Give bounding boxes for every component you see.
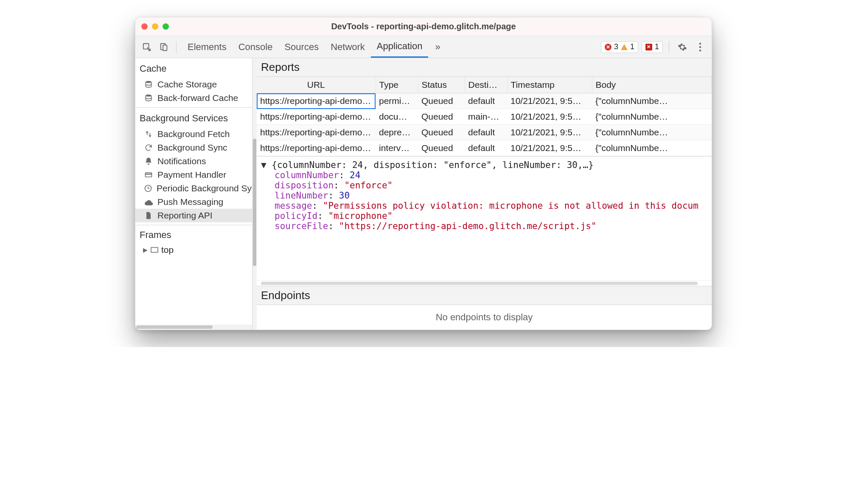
sidebar-item-label: Back-forward Cache — [157, 93, 238, 103]
error-count: 3 — [614, 42, 618, 51]
detail-property-row[interactable]: message: "Permissions policy violation: … — [261, 201, 707, 211]
cell-ts: 10/21/2021, 9:5… — [507, 140, 592, 156]
frame-icon — [150, 246, 159, 253]
minimize-window-button[interactable] — [152, 23, 158, 30]
table-row[interactable]: https://reporting-api-demo…docu…Queuedma… — [257, 109, 712, 125]
reporting-api-panel: Reports URLTypeStatusDesti…TimestampBody… — [257, 58, 712, 330]
settings-gear-icon[interactable] — [675, 40, 690, 54]
sidebar-item-label: Periodic Background Sync — [157, 183, 252, 193]
cell-dest: default — [465, 125, 507, 140]
endpoints-panel-title: Endpoints — [257, 286, 712, 305]
sidebar-item-push-messaging[interactable]: Push Messaging — [135, 195, 252, 209]
panel-tabs: ElementsConsoleSourcesNetworkApplication — [182, 36, 428, 58]
inspect-element-icon[interactable] — [140, 40, 154, 54]
cell-dest: default — [465, 93, 507, 109]
reports-header-row: URLTypeStatusDesti…TimestampBody — [257, 77, 712, 93]
tab-label: Sources — [284, 42, 319, 53]
svg-point-7 — [146, 95, 151, 97]
detail-property-row[interactable]: sourceFile: "https://reporting-api-demo.… — [261, 221, 707, 231]
column-header[interactable]: Timestamp — [507, 77, 592, 93]
close-window-button[interactable] — [141, 23, 148, 30]
column-header[interactable]: Body — [592, 77, 712, 93]
frame-top-item[interactable]: ▶ top — [140, 243, 248, 257]
svg-rect-2 — [163, 45, 167, 50]
titlebar: DevTools - reporting-api-demo.glitch.me/… — [135, 17, 712, 36]
property-key: columnNumber — [275, 170, 339, 180]
tab-label: Network — [331, 42, 365, 53]
cell-url: https://reporting-api-demo… — [257, 140, 376, 156]
cell-type: docu… — [376, 109, 418, 125]
tab-network[interactable]: Network — [325, 36, 371, 58]
cell-body: {"columnNumbe… — [592, 140, 712, 156]
database-icon — [144, 80, 153, 89]
sidebar-item-notifications[interactable]: Notifications — [135, 154, 252, 168]
cell-type: interv… — [376, 140, 418, 156]
more-options-icon[interactable] — [693, 40, 707, 54]
detail-summary: {columnNumber: 24, disposition: "enforce… — [272, 160, 594, 170]
cell-body: {"columnNumbe… — [592, 109, 712, 125]
detail-property-row[interactable]: columnNumber: 24 — [261, 170, 707, 180]
svg-point-6 — [146, 81, 151, 83]
tab-application[interactable]: Application — [371, 36, 429, 58]
sidebar-item-label: Background Fetch — [157, 129, 230, 139]
table-row[interactable]: https://reporting-api-demo…interv…Queued… — [257, 140, 712, 156]
sidebar-item-reporting-api[interactable]: Reporting API — [135, 209, 252, 222]
sidebar-item-label: Push Messaging — [157, 197, 223, 207]
warning-icon — [621, 44, 628, 50]
cell-ts: 10/21/2021, 9:5… — [507, 93, 592, 109]
disclosure-triangle-icon[interactable]: ▼ — [261, 160, 272, 170]
detail-summary-row[interactable]: ▼ {columnNumber: 24, disposition: "enfor… — [261, 160, 707, 170]
property-key: sourceFile — [275, 221, 328, 231]
sidebar-item-label: Cache Storage — [157, 79, 217, 90]
property-value: "microphone" — [328, 211, 393, 221]
frame-label: top — [161, 245, 174, 255]
maximize-window-button[interactable] — [163, 23, 169, 30]
sidebar-item-payment-handler[interactable]: Payment Handler — [135, 168, 252, 182]
tab-elements[interactable]: Elements — [182, 36, 233, 58]
sidebar-item-back-forward-cache[interactable]: Back-forward Cache — [135, 91, 252, 105]
sidebar-vertical-scrollbar[interactable] — [252, 58, 257, 330]
column-header[interactable]: Status — [418, 77, 465, 93]
property-key: lineNumber — [275, 190, 328, 201]
column-header[interactable]: Desti… — [465, 77, 507, 93]
sidebar-item-label: Reporting API — [157, 210, 213, 221]
window-title: DevTools - reporting-api-demo.glitch.me/… — [135, 22, 712, 31]
tab-label: Elements — [188, 42, 227, 53]
cell-status: Queued — [418, 109, 465, 125]
more-tabs-button[interactable]: » — [431, 42, 444, 53]
svg-rect-8 — [146, 173, 152, 177]
sidebar-item-cache-storage[interactable]: Cache Storage — [135, 78, 252, 91]
sidebar-horizontal-scrollbar[interactable] — [135, 325, 252, 330]
sidebar-item-background-sync[interactable]: Background Sync — [135, 141, 252, 154]
tab-console[interactable]: Console — [233, 36, 279, 58]
issues-badge[interactable]: ✕ 1 — [642, 41, 663, 53]
table-row[interactable]: https://reporting-api-demo…depre…Queuedd… — [257, 125, 712, 140]
sidebar-item-background-fetch[interactable]: Background Fetch — [135, 127, 252, 141]
detail-property-row[interactable]: policyId: "microphone" — [261, 211, 707, 221]
console-error-warning-badge[interactable]: ✕ 3 1 — [601, 41, 638, 53]
cell-status: Queued — [418, 125, 465, 140]
svg-point-5 — [699, 49, 701, 51]
application-sidebar: CacheCache StorageBack-forward CacheBack… — [135, 58, 252, 330]
detail-property-row[interactable]: lineNumber: 30 — [261, 190, 707, 201]
tab-label: Console — [238, 42, 273, 53]
detail-horizontal-scrollbar[interactable] — [257, 280, 712, 286]
sidebar-item-periodic-background-sync[interactable]: Periodic Background Sync — [135, 182, 252, 195]
cloud-icon — [144, 197, 153, 207]
frames-section: Frames ▶ top — [135, 225, 252, 261]
cell-body: {"columnNumbe… — [592, 93, 712, 109]
tab-sources[interactable]: Sources — [278, 36, 325, 58]
property-key: disposition — [275, 180, 334, 190]
issue-icon: ✕ — [645, 44, 652, 50]
column-header[interactable]: Type — [376, 77, 418, 93]
column-header[interactable]: URL — [257, 77, 376, 93]
device-toolbar-icon[interactable] — [157, 40, 171, 54]
table-row[interactable]: https://reporting-api-demo…permi…Queuedd… — [257, 93, 712, 109]
expand-triangle-icon[interactable]: ▶ — [143, 246, 148, 253]
cell-type: permi… — [376, 93, 418, 109]
cell-type: depre… — [376, 125, 418, 140]
cell-status: Queued — [418, 93, 465, 109]
sync-icon — [144, 143, 153, 152]
endpoints-empty-text: No endpoints to display — [257, 305, 712, 330]
detail-property-row[interactable]: disposition: "enforce" — [261, 180, 707, 190]
